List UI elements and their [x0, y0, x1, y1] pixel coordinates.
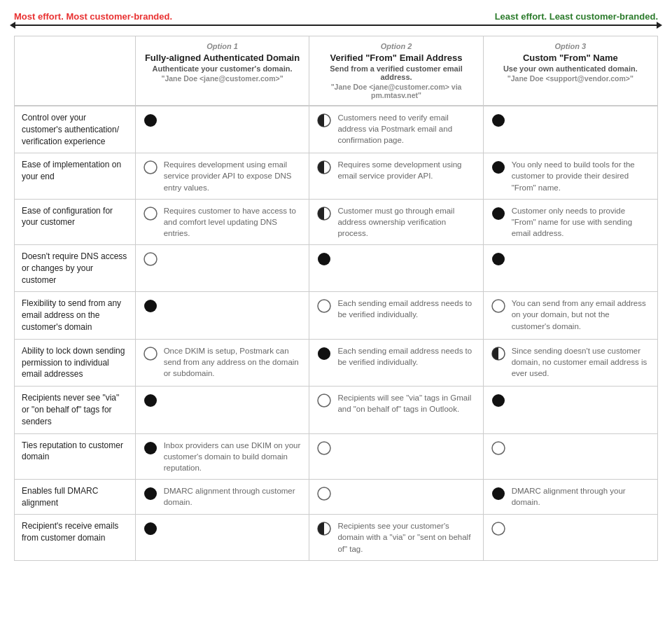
cell-content: Recipients will see "via" tags in Gmail …: [316, 392, 475, 415]
cell-description: Recipients will see "via" tags in Gmail …: [337, 392, 475, 415]
full-circle-icon: [491, 113, 506, 128]
cell-content: Inbox providers can use DKIM on your cus…: [143, 440, 302, 473]
feature-label-text: Ties reputation to customer domain: [22, 440, 123, 462]
svg-point-18: [144, 300, 157, 312]
cell-content: Customer only needs to provide "From" na…: [491, 205, 650, 239]
full-circle-icon: [316, 251, 332, 267]
cell-content: [143, 392, 302, 408]
empty-circle-icon: [143, 206, 158, 221]
full-circle-icon: [491, 486, 506, 501]
cell-description: Once DKIM is setup, Postmark can send fr…: [164, 345, 302, 379]
svg-point-26: [144, 394, 157, 407]
table-header-row: Option 1 Fully-aligned Authenticated Dom…: [15, 36, 658, 106]
full-circle-icon: [491, 206, 506, 221]
svg-point-20: [492, 300, 505, 312]
feature-label-cell: Ease of configuration for your customer: [15, 199, 136, 244]
svg-point-33: [318, 487, 330, 500]
empty-circle-icon: [316, 440, 332, 456]
full-circle-icon: [491, 251, 506, 267]
cell-option3-row9: DMARC alignment through your domain.: [483, 479, 657, 515]
feature-label-text: Ease of implementation on your end: [22, 160, 121, 181]
cell-content: You can send from any email address on y…: [491, 298, 650, 331]
feature-label-text: Flexibility to send from any email addre…: [22, 298, 121, 332]
full-circle-icon: [143, 113, 158, 128]
svg-point-5: [144, 161, 157, 174]
svg-point-39: [492, 522, 505, 535]
effort-arrow: [14, 25, 658, 26]
table-row: Flexibility to send from any email addre…: [15, 292, 658, 339]
empty-circle-icon: [491, 521, 506, 536]
cell-option1-row8: Inbox providers can use DKIM on your cus…: [135, 433, 309, 479]
full-circle-icon: [143, 440, 158, 456]
svg-point-10: [144, 207, 157, 220]
half-circle-icon: [316, 521, 332, 536]
cell-content: [491, 251, 650, 267]
table-row: Ability to lock down sending permission …: [15, 339, 658, 386]
option1-header: Option 1 Fully-aligned Authenticated Dom…: [135, 36, 309, 106]
cell-option2-row2: Requires some development using email se…: [309, 153, 483, 199]
cell-option3-row5: You can send from any email address on y…: [483, 292, 657, 339]
half-circle-icon: [316, 160, 332, 175]
option2-title: Verified "From" Email Address: [316, 53, 475, 63]
svg-point-19: [318, 300, 330, 312]
cell-description: You can send from any email address on y…: [512, 298, 650, 331]
cell-option1-row10: [135, 515, 309, 560]
option2-subtitle: Send from a verified customer email addr…: [316, 64, 475, 81]
cell-option2-row3: Customer must go through email address o…: [309, 199, 483, 244]
feature-label-cell: Flexibility to send from any email addre…: [15, 292, 136, 339]
option3-subtitle: Use your own authenticated domain.: [491, 64, 650, 73]
cell-content: Requires customer to have access to and …: [143, 205, 302, 239]
cell-content: [491, 520, 650, 536]
option1-example: "Jane Doe <jane@customer.com>": [143, 74, 302, 83]
option2-example: "Jane Doe <jane@customer.com> via pm.mta…: [316, 83, 475, 99]
cell-description: DMARC alignment through customer domain.: [164, 485, 302, 508]
cell-content: Customers need to verify email address v…: [316, 112, 475, 146]
feature-label-cell: Recipients never see "via" or "on behalf…: [15, 387, 136, 433]
cell-description: Each sending email address needs to be v…: [337, 298, 475, 320]
cell-description: Requires customer to have access to and …: [164, 205, 302, 239]
cell-option2-row10: Recipients see your customer's domain wi…: [309, 515, 483, 560]
svg-point-16: [318, 253, 330, 265]
full-circle-icon: [143, 486, 158, 501]
option1-subtitle: Authenticate your customer's domain.: [143, 64, 302, 73]
svg-point-34: [492, 487, 505, 500]
cell-content: Since sending doesn't use customer domai…: [491, 345, 650, 379]
cell-description: Each sending email address needs to be v…: [337, 345, 475, 368]
empty-circle-icon: [491, 440, 506, 456]
half-circle-icon: [316, 113, 332, 128]
cell-content: Once DKIM is setup, Postmark can send fr…: [143, 345, 302, 379]
feature-label-text: Enables full DMARC alignment: [22, 486, 98, 508]
table-row: Recipients never see "via" or "on behalf…: [15, 387, 658, 433]
cell-option2-row5: Each sending email address needs to be v…: [309, 292, 483, 339]
cell-content: [491, 440, 650, 456]
cell-content: [491, 112, 650, 128]
cell-content: Requires development using email service…: [143, 159, 302, 193]
full-circle-icon: [143, 521, 158, 536]
option1-label: Option 1: [143, 42, 302, 50]
cell-option2-row1: Customers need to verify email address v…: [309, 106, 483, 153]
cell-option3-row7: [483, 387, 657, 433]
cell-description: Requires development using email service…: [164, 159, 302, 193]
cell-option3-row6: Since sending doesn't use customer domai…: [483, 339, 657, 386]
table-row: Doesn't require DNS access or changes by…: [15, 244, 658, 291]
feature-label-text: Ability to lock down sending permission …: [22, 346, 125, 380]
feature-label-cell: Enables full DMARC alignment: [15, 479, 136, 515]
svg-point-4: [492, 114, 505, 127]
cell-option3-row8: [483, 433, 657, 479]
feature-label-text: Recipients never see "via" or "on behalf…: [22, 393, 119, 426]
empty-circle-icon: [491, 298, 506, 314]
feature-label-text: Ease of configuration for your customer: [22, 206, 113, 228]
option2-label: Option 2: [316, 42, 475, 50]
cell-option1-row6: Once DKIM is setup, Postmark can send fr…: [135, 339, 309, 386]
cell-content: Requires some development using email se…: [316, 159, 475, 181]
cell-option3-row3: Customer only needs to provide "From" na…: [483, 199, 657, 244]
cell-content: [143, 112, 302, 128]
cell-content: DMARC alignment through customer domain.: [143, 485, 302, 508]
least-effort-label: Least effort. Least customer-branded.: [495, 11, 658, 22]
full-circle-icon: [491, 160, 506, 175]
cell-option1-row7: [135, 387, 309, 433]
cell-content: [143, 520, 302, 536]
feature-label-cell: Control over your customer's authenticat…: [15, 106, 136, 153]
full-circle-icon: [143, 298, 158, 314]
cell-option1-row9: DMARC alignment through customer domain.: [135, 479, 309, 515]
